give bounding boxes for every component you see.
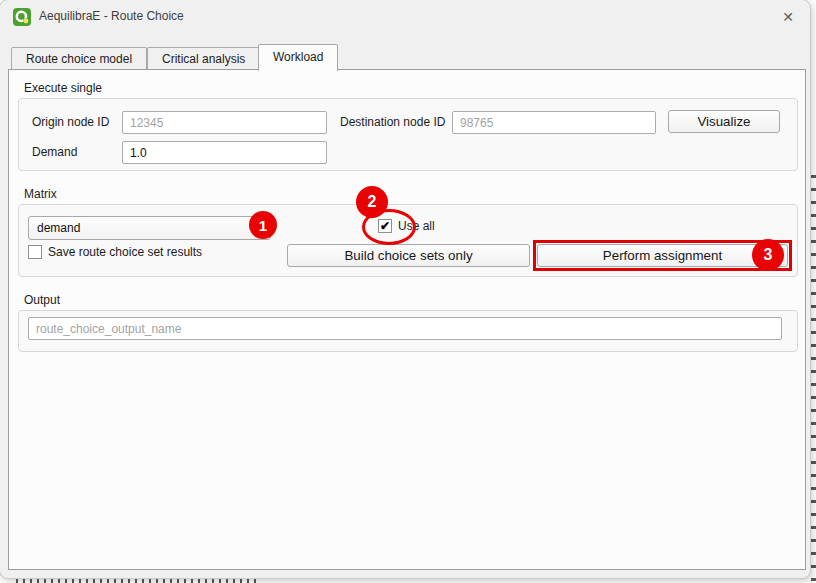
destination-node-id-label: Destination node ID (340, 111, 445, 134)
save-results-checkbox-box[interactable] (28, 245, 42, 259)
build-choice-sets-button[interactable]: Build choice sets only (287, 244, 530, 267)
output-group-title: Output (24, 293, 60, 307)
annotation-badge-1: 1 (249, 211, 277, 239)
use-all-checkbox[interactable]: ✔ Use all (378, 219, 435, 233)
close-icon[interactable]: ✕ (776, 6, 800, 28)
visualize-button[interactable]: Visualize (668, 110, 780, 133)
matrix-select[interactable]: demand (28, 216, 271, 240)
background-window-artifact-right (811, 175, 816, 583)
tab-workload[interactable]: Workload (258, 44, 338, 71)
aequilibrae-qgis-logo-icon (13, 8, 31, 26)
title-bar: AequilibraE - Route Choice ✕ (0, 0, 810, 34)
execute-single-group-title: Execute single (24, 81, 102, 95)
tab-route-choice-model[interactable]: Route choice model (11, 47, 147, 70)
window-title: AequilibraE - Route Choice (39, 0, 184, 34)
use-all-checkbox-box[interactable]: ✔ (378, 219, 392, 233)
origin-node-id-input[interactable] (122, 111, 327, 134)
save-results-checkbox[interactable]: Save route choice set results (28, 245, 202, 259)
origin-node-id-label: Origin node ID (32, 111, 109, 134)
route-choice-dialog: AequilibraE - Route Choice ✕ Route choic… (0, 0, 810, 578)
save-results-checkbox-label: Save route choice set results (48, 245, 202, 259)
background-window-artifact-bottom (16, 579, 260, 583)
annotation-badge-2: 2 (356, 186, 388, 218)
use-all-checkbox-label: Use all (398, 219, 435, 233)
demand-label: Demand (32, 141, 77, 164)
destination-node-id-input[interactable] (452, 111, 656, 134)
tab-critical-analysis[interactable]: Critical analysis (147, 47, 260, 70)
demand-input[interactable] (122, 141, 327, 164)
matrix-group-title: Matrix (24, 187, 57, 201)
output-name-input[interactable] (28, 317, 782, 340)
perform-assignment-button[interactable]: Perform assignment (537, 244, 788, 267)
annotation-badge-3: 3 (752, 239, 784, 271)
